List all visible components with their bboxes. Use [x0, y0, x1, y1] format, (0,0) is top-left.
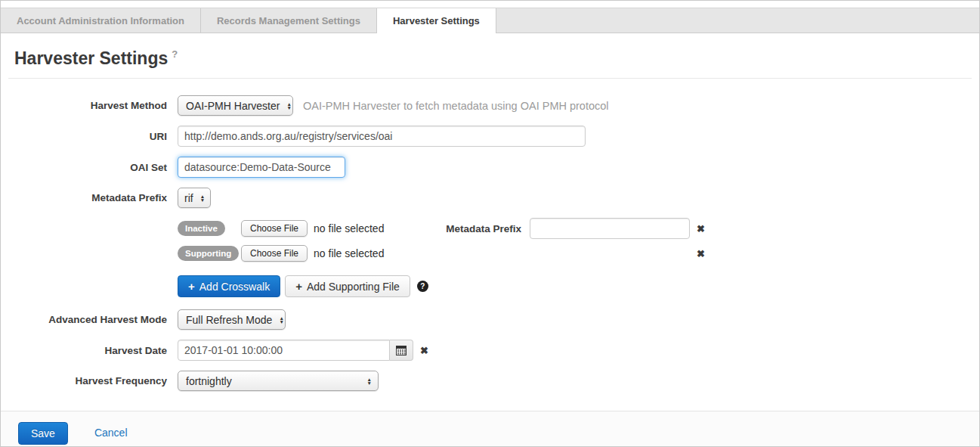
harvest-date-label: Harvest Date — [13, 345, 167, 356]
harvest-frequency-label: Harvest Frequency — [13, 375, 167, 386]
advanced-harvest-mode-row: Advanced Harvest Mode Full Refresh Mode … — [13, 309, 967, 330]
page-title-text: Harvester Settings — [14, 48, 168, 68]
tab-bar: Account Administration Information Recor… — [1, 8, 979, 33]
advanced-harvest-mode-label: Advanced Harvest Mode — [13, 314, 167, 325]
crosswalk-row-supporting: Supporting Choose File no file selected … — [178, 245, 705, 262]
title-help-icon[interactable]: ? — [172, 48, 178, 60]
harvest-method-label: Harvest Method — [13, 100, 167, 111]
crosswalk-file-input[interactable]: Choose File no file selected — [241, 220, 384, 237]
select-arrows-icon: ▲▼ — [200, 194, 205, 202]
cancel-link[interactable]: Cancel — [94, 427, 128, 439]
harvest-method-help-text: OAI-PMH Harvester to fetch metadata usin… — [303, 100, 609, 112]
harvest-frequency-row: Harvest Frequency fortnightly ▲▼ — [13, 371, 967, 391]
clear-harvest-date-icon[interactable]: ✖ — [420, 346, 428, 355]
tab-harvester-settings[interactable]: Harvester Settings — [377, 8, 496, 33]
oai-set-label: OAI Set — [13, 162, 167, 173]
uri-label: URI — [13, 131, 167, 142]
remove-supporting-file-icon[interactable]: ✖ — [697, 249, 705, 259]
choose-file-button[interactable]: Choose File — [241, 245, 308, 262]
oai-set-row: OAI Set — [13, 157, 967, 178]
metadata-prefix-value: rif — [184, 192, 193, 204]
supporting-file-input[interactable]: Choose File no file selected — [241, 245, 384, 262]
harvester-settings-screen: Account Administration Information Recor… — [0, 0, 980, 447]
metadata-prefix-row: Metadata Prefix rif ▲▼ — [13, 188, 967, 208]
add-supporting-file-button[interactable]: + Add Supporting File — [285, 275, 410, 297]
crosswalk-actions: + Add Crosswalk + Add Supporting File ? — [178, 275, 705, 297]
page-title: Harvester Settings? — [14, 48, 967, 69]
harvest-date-row: Harvest Date — [13, 340, 967, 361]
select-arrows-icon: ▲▼ — [286, 102, 291, 110]
save-button[interactable]: Save — [18, 422, 68, 445]
choose-file-button[interactable]: Choose File — [241, 220, 308, 237]
harvest-method-select[interactable]: OAI-PMH Harvester ▲▼ — [178, 95, 293, 116]
title-divider — [8, 78, 972, 79]
metadata-prefix-label: Metadata Prefix — [13, 192, 167, 203]
crosswalk-metadata-prefix-label: Metadata Prefix — [446, 223, 521, 234]
harvest-frequency-select[interactable]: fortnightly ▲▼ — [178, 371, 379, 391]
tab-account-administration-information[interactable]: Account Administration Information — [1, 8, 201, 33]
uri-row: URI — [13, 126, 967, 147]
calendar-icon — [396, 346, 407, 355]
metadata-prefix-select[interactable]: rif ▲▼ — [178, 188, 211, 208]
crosswalk-section: Inactive Choose File no file selected Me… — [13, 218, 967, 308]
calendar-picker-button[interactable] — [390, 340, 413, 361]
harvest-frequency-value: fortnightly — [186, 375, 232, 387]
supporting-badge: Supporting — [178, 246, 239, 261]
uri-input[interactable] — [178, 126, 586, 147]
tab-records-management-settings[interactable]: Records Management Settings — [201, 8, 377, 33]
advanced-harvest-mode-select[interactable]: Full Refresh Mode ▲▼ — [178, 309, 286, 330]
crosswalk-row-inactive: Inactive Choose File no file selected Me… — [178, 218, 705, 239]
tab-panel-harvester-settings: Harvester Settings? Harvest Method OAI-P… — [1, 33, 979, 391]
oai-set-input[interactable] — [178, 157, 345, 178]
select-arrows-icon: ▲▼ — [279, 316, 283, 324]
select-arrows-icon: ▲▼ — [367, 377, 372, 385]
plus-icon: + — [295, 280, 302, 293]
harvest-date-input[interactable] — [178, 340, 390, 361]
plus-icon: + — [188, 280, 195, 293]
advanced-harvest-mode-value: Full Refresh Mode — [186, 314, 272, 326]
remove-crosswalk-icon[interactable]: ✖ — [697, 224, 705, 234]
add-crosswalk-button[interactable]: + Add Crosswalk — [178, 275, 280, 297]
inactive-badge: Inactive — [178, 221, 225, 236]
help-icon[interactable]: ? — [417, 281, 428, 292]
harvest-method-row: Harvest Method OAI-PMH Harvester ▲▼ OAI-… — [13, 95, 967, 116]
crosswalk-metadata-prefix-input[interactable] — [530, 218, 690, 239]
form-actions: Save Cancel — [1, 411, 979, 447]
harvest-method-value: OAI-PMH Harvester — [186, 100, 280, 112]
file-status-text: no file selected — [314, 247, 384, 259]
file-status-text: no file selected — [314, 222, 384, 234]
